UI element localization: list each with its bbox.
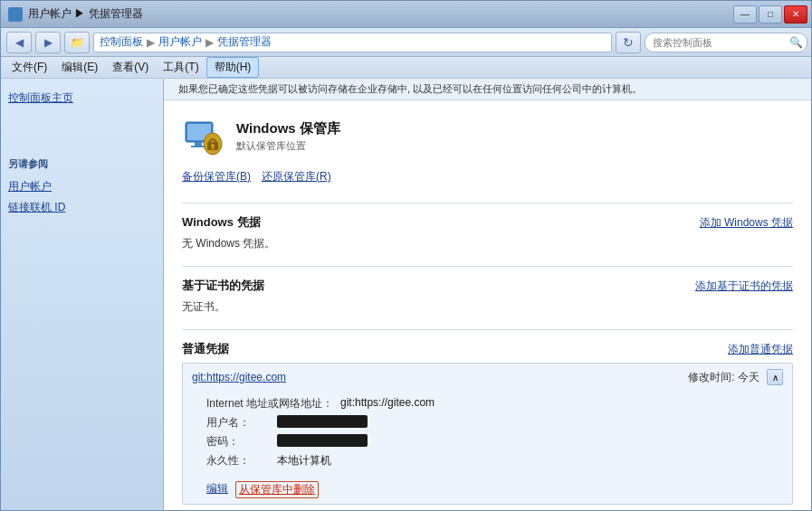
title-bar: 用户帐户 ▶ 凭据管理器 — □ ✕ — [1, 1, 811, 28]
vault-info: Windows 保管库 默认保管库位置 — [236, 120, 340, 153]
minimize-button[interactable]: — — [733, 5, 757, 24]
search-button[interactable]: 🔍 — [786, 33, 806, 52]
path-sep-2: ▶ — [205, 36, 214, 49]
back-icon: ◀ — [15, 36, 24, 49]
cred-details: Internet 地址或网络地址： git:https://gitee.com … — [192, 393, 783, 476]
windows-creds-empty: 无 Windows 凭据。 — [182, 236, 793, 251]
sidebar-see-also-section: 另请参阅 用户帐户 链接联机 ID — [8, 157, 156, 216]
path-level2[interactable]: 用户帐户 — [158, 34, 202, 50]
cred-actions: 编辑 从保管库中删除 — [192, 481, 783, 498]
cred-internet-address-row: Internet 地址或网络地址： git:https://gitee.com — [206, 396, 783, 412]
divider-2 — [182, 266, 793, 267]
sidebar-main-section: 控制面板主页 — [8, 90, 156, 107]
vault-icon — [182, 115, 225, 158]
add-windows-cred-link[interactable]: 添加 Windows 凭据 — [700, 215, 793, 231]
internet-address-label: Internet 地址或网络地址： — [206, 396, 333, 412]
vault-actions: 备份保管库(B) 还原保管库(R) — [182, 169, 793, 185]
persistence-value: 本地计算机 — [277, 453, 331, 468]
path-root[interactable]: 控制面板 — [100, 34, 143, 50]
generic-creds-title: 普通凭据 — [182, 341, 229, 357]
menu-view[interactable]: 查看(V) — [105, 58, 156, 77]
title-bar-text: 用户帐户 ▶ 凭据管理器 — [8, 6, 143, 22]
sidebar-control-panel-home[interactable]: 控制面板主页 — [8, 90, 156, 107]
maximize-button[interactable]: □ — [759, 5, 782, 24]
menu-edit[interactable]: 编辑(E) — [54, 58, 105, 77]
cred-entry-header: git:https://gitee.com 修改时间: 今天 ∧ — [192, 369, 783, 385]
notice-bar: 如果您已确定这些凭据可以被访问存储在企业存储中, 以及已经可以在任何位置访问任何… — [164, 79, 811, 100]
refresh-button[interactable]: ↻ — [616, 32, 641, 53]
username-label: 用户名： — [206, 415, 270, 431]
svg-rect-7 — [212, 147, 214, 149]
cert-credentials-section: 基于证书的凭据 添加基于证书的凭据 无证书。 — [182, 278, 793, 315]
sidebar-linked-id[interactable]: 链接联机 ID — [8, 199, 156, 216]
backup-vault-link[interactable]: 备份保管库(B) — [182, 169, 251, 185]
path-level3[interactable]: 凭据管理器 — [217, 34, 272, 50]
refresh-icon: ↻ — [623, 35, 634, 50]
address-path: 控制面板 ▶ 用户帐户 ▶ 凭据管理器 — [93, 33, 612, 52]
cred-modified-label: 修改时间: 今天 — [688, 370, 759, 385]
password-label: 密码： — [206, 434, 270, 449]
cert-creds-title: 基于证书的凭据 — [182, 278, 264, 294]
path-sep-1: ▶ — [147, 36, 155, 49]
windows-creds-header: Windows 凭据 添加 Windows 凭据 — [182, 214, 793, 231]
cert-creds-empty: 无证书。 — [182, 299, 793, 315]
back-button[interactable]: ◀ — [6, 32, 32, 53]
menu-bar: 文件(F) 编辑(E) 查看(V) 工具(T) 帮助(H) — [1, 57, 811, 79]
cred-meta: 修改时间: 今天 ∧ — [688, 369, 783, 385]
generic-credentials-section: 普通凭据 添加普通凭据 git:https://gitee.com 修改时间: … — [182, 341, 793, 505]
main-area: 控制面板主页 另请参阅 用户帐户 链接联机 ID 如果您已确定这些凭据可以被访问… — [1, 79, 811, 510]
username-value — [277, 415, 368, 428]
sidebar: 控制面板主页 另请参阅 用户帐户 链接联机 ID — [1, 79, 164, 510]
cred-url[interactable]: git:https://gitee.com — [192, 371, 286, 383]
windows-credentials-section: Windows 凭据 添加 Windows 凭据 无 Windows 凭据。 — [182, 214, 793, 251]
cert-creds-header: 基于证书的凭据 添加基于证书的凭据 — [182, 278, 793, 294]
cred-password-row: 密码： — [206, 434, 783, 449]
main-window: 用户帐户 ▶ 凭据管理器 — □ ✕ ◀ ▶ 📁 控制面板 ▶ 用户帐户 ▶ 凭… — [0, 0, 812, 511]
persistence-label: 永久性： — [206, 453, 270, 468]
content-panel: 如果您已确定这些凭据可以被访问存储在企业存储中, 以及已经可以在任何位置访问任何… — [164, 79, 811, 510]
folder-icon: 📁 — [71, 36, 84, 49]
vault-header: Windows 保管库 默认保管库位置 — [182, 115, 793, 158]
forward-button[interactable]: ▶ — [35, 32, 61, 53]
svg-rect-2 — [195, 142, 202, 146]
add-generic-cred-link[interactable]: 添加普通凭据 — [728, 342, 793, 357]
up-button[interactable]: 📁 — [64, 32, 90, 53]
svg-rect-3 — [191, 146, 205, 147]
vault-title: Windows 保管库 — [236, 120, 340, 137]
generic-creds-header: 普通凭据 添加普通凭据 — [182, 341, 793, 357]
cred-persistence-row: 永久性： 本地计算机 — [206, 453, 783, 468]
sidebar-user-accounts[interactable]: 用户帐户 — [8, 178, 156, 195]
search-input[interactable] — [645, 33, 807, 52]
windows-creds-title: Windows 凭据 — [182, 214, 261, 231]
edit-cred-link[interactable]: 编辑 — [206, 481, 228, 498]
forward-icon: ▶ — [44, 36, 53, 49]
cred-username-row: 用户名： — [206, 415, 783, 431]
sidebar-see-also-title: 另请参阅 — [8, 157, 156, 171]
menu-tools[interactable]: 工具(T) — [156, 58, 205, 77]
credential-entry-gitee: git:https://gitee.com 修改时间: 今天 ∧ — [182, 363, 793, 505]
menu-help[interactable]: 帮助(H) — [206, 57, 260, 78]
divider-1 — [182, 203, 793, 203]
internet-address-value: git:https://gitee.com — [340, 396, 435, 412]
divider-3 — [182, 329, 793, 330]
password-value — [277, 434, 368, 447]
delete-cred-link[interactable]: 从保管库中删除 — [235, 481, 319, 498]
title-bar-controls: — □ ✕ — [733, 5, 807, 24]
close-button[interactable]: ✕ — [784, 5, 807, 24]
restore-vault-link[interactable]: 还原保管库(R) — [262, 169, 331, 185]
window-icon — [8, 7, 23, 22]
search-icon: 🔍 — [789, 36, 803, 49]
menu-file[interactable]: 文件(F) — [5, 58, 54, 77]
window-title: 用户帐户 ▶ 凭据管理器 — [28, 6, 143, 22]
cred-expand-button[interactable]: ∧ — [767, 369, 783, 385]
content-inner: Windows 保管库 默认保管库位置 备份保管库(B) 还原保管库(R) Wi… — [164, 100, 811, 510]
add-cert-cred-link[interactable]: 添加基于证书的凭据 — [695, 279, 793, 294]
address-bar: ◀ ▶ 📁 控制面板 ▶ 用户帐户 ▶ 凭据管理器 ↻ 🔍 — [1, 28, 811, 57]
notice-text: 如果您已确定这些凭据可以被访问存储在企业存储中, 以及已经可以在任何位置访问任何… — [178, 83, 642, 94]
chevron-up-icon: ∧ — [772, 373, 779, 383]
vault-subtitle: 默认保管库位置 — [236, 139, 340, 153]
